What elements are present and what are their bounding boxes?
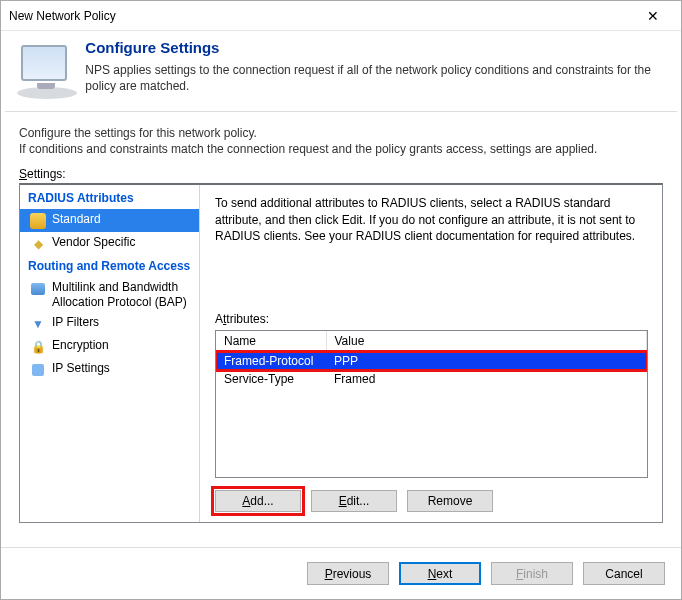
- wizard-icon: [15, 43, 75, 103]
- content-description: To send additional attributes to RADIUS …: [215, 195, 648, 244]
- settings-icon: [30, 362, 46, 378]
- sidebar-item-vendor-specific[interactable]: ◆ Vendor Specific: [20, 232, 199, 255]
- sidebar-item-label: Standard: [52, 212, 101, 226]
- sidebar-item-label: IP Filters: [52, 315, 99, 329]
- finish-button: Finish: [491, 562, 573, 585]
- filter-icon: ▼: [30, 316, 46, 332]
- settings-sidebar: RADIUS Attributes Standard ◆ Vendor Spec…: [20, 185, 200, 522]
- header-text: Configure Settings NPS applies settings …: [85, 39, 665, 103]
- intro-text: Configure the settings for this network …: [1, 113, 681, 161]
- wizard-footer: Previous Next Finish Cancel: [1, 547, 681, 599]
- window-title: New Network Policy: [9, 9, 633, 23]
- settings-panel: RADIUS Attributes Standard ◆ Vendor Spec…: [19, 183, 663, 523]
- lock-icon: 🔒: [30, 339, 46, 355]
- vendor-icon: ◆: [30, 236, 46, 252]
- titlebar: New Network Policy ✕: [1, 1, 681, 31]
- attr-value: Framed: [326, 370, 647, 388]
- attributes-label: Attributes:: [215, 312, 648, 326]
- dialog-window: New Network Policy ✕ Configure Settings …: [0, 0, 682, 600]
- header: Configure Settings NPS applies settings …: [1, 31, 681, 111]
- intro-line2: If conditions and constraints match the …: [19, 141, 663, 157]
- standard-icon: [30, 213, 46, 229]
- close-icon[interactable]: ✕: [633, 8, 673, 24]
- page-title: Configure Settings: [85, 39, 665, 56]
- add-button[interactable]: Add...: [215, 490, 301, 512]
- previous-button[interactable]: Previous: [307, 562, 389, 585]
- attribute-buttons: Add... Edit... Remove: [215, 490, 648, 512]
- sidebar-item-label: Multilink and Bandwidth Allocation Proto…: [52, 280, 191, 309]
- sidebar-item-label: Vendor Specific: [52, 235, 135, 249]
- sidebar-item-ip-filters[interactable]: ▼ IP Filters: [20, 312, 199, 335]
- sidebar-item-standard[interactable]: Standard: [20, 209, 199, 232]
- settings-label: Settings:: [1, 161, 681, 181]
- sidebar-item-label: Encryption: [52, 338, 109, 352]
- attr-value: PPP: [326, 352, 647, 371]
- remove-button[interactable]: Remove: [407, 490, 493, 512]
- page-subtitle: NPS applies settings to the connection r…: [85, 62, 665, 94]
- attributes-list[interactable]: Name Value Framed-Protocol PPP Service-T…: [215, 330, 648, 478]
- table-row[interactable]: Framed-Protocol PPP: [216, 352, 647, 371]
- cancel-button[interactable]: Cancel: [583, 562, 665, 585]
- next-button[interactable]: Next: [399, 562, 481, 585]
- column-value[interactable]: Value: [326, 331, 647, 352]
- multilink-icon: [30, 281, 46, 297]
- sidebar-item-encryption[interactable]: 🔒 Encryption: [20, 335, 199, 358]
- attr-name: Service-Type: [216, 370, 326, 388]
- column-name[interactable]: Name: [216, 331, 326, 352]
- content-pane: To send additional attributes to RADIUS …: [200, 185, 662, 522]
- table-row[interactable]: Service-Type Framed: [216, 370, 647, 388]
- sidebar-item-label: IP Settings: [52, 361, 110, 375]
- edit-button[interactable]: Edit...: [311, 490, 397, 512]
- sidebar-item-ip-settings[interactable]: IP Settings: [20, 358, 199, 381]
- sidebar-item-multilink[interactable]: Multilink and Bandwidth Allocation Proto…: [20, 277, 199, 312]
- category-radius: RADIUS Attributes: [20, 187, 199, 209]
- category-rras: Routing and Remote Access: [20, 255, 199, 277]
- attr-name: Framed-Protocol: [216, 352, 326, 371]
- intro-line1: Configure the settings for this network …: [19, 125, 663, 141]
